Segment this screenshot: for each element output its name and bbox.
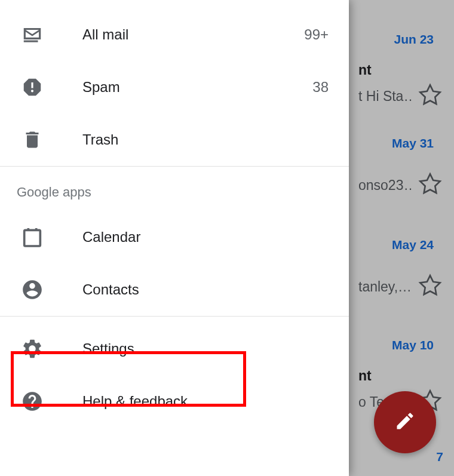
nav-item-help-feedback[interactable]: Help & feedback	[0, 375, 349, 428]
calendar-icon	[19, 225, 45, 249]
nav-item-count: 38	[312, 79, 329, 96]
nav-item-label: Contacts	[82, 281, 329, 298]
spam-icon	[19, 76, 45, 99]
nav-item-count: 99+	[304, 26, 329, 43]
compose-fab[interactable]	[374, 391, 436, 453]
nav-item-all-mail[interactable]: All mail 99+	[0, 8, 349, 61]
nav-item-spam[interactable]: Spam 38	[0, 61, 349, 113]
svg-rect-5	[24, 230, 41, 246]
nav-item-settings[interactable]: Settings	[0, 323, 349, 375]
nav-item-contacts[interactable]: Contacts	[0, 263, 349, 316]
nav-item-label: Help & feedback	[82, 393, 329, 410]
trash-icon	[19, 129, 45, 151]
divider	[0, 316, 349, 317]
gear-icon	[19, 337, 45, 360]
navigation-drawer: All mail 99+ Spam 38 Trash Google apps C…	[0, 0, 349, 476]
contacts-icon	[19, 278, 45, 301]
nav-item-label: Settings	[82, 340, 329, 357]
help-icon	[19, 390, 45, 413]
pencil-icon	[394, 410, 416, 434]
nav-item-calendar[interactable]: Calendar	[0, 211, 349, 263]
svg-rect-4	[24, 41, 38, 42]
nav-item-trash[interactable]: Trash	[0, 113, 349, 166]
nav-item-label: Trash	[82, 131, 329, 148]
nav-item-label: Spam	[82, 79, 312, 96]
section-header-google-apps: Google apps	[0, 167, 349, 211]
all-mail-icon	[19, 23, 45, 46]
nav-item-label: All mail	[82, 26, 304, 43]
nav-item-label: Calendar	[82, 229, 329, 245]
